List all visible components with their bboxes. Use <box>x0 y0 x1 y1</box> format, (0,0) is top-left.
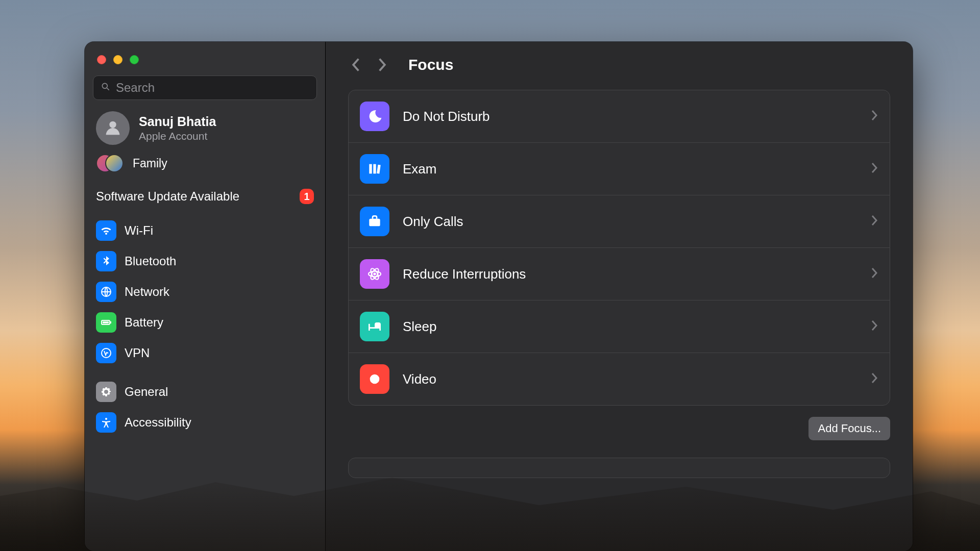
sidebar-group-system: GeneralAccessibility <box>93 378 317 447</box>
chevron-right-icon <box>871 215 878 228</box>
software-update-row[interactable]: Software Update Available 1 <box>93 184 317 216</box>
search-input[interactable] <box>116 81 309 95</box>
settings-window: Sanuj Bhatia Apple Account Family Softwa… <box>85 42 913 551</box>
sidebar-item-label: Network <box>125 285 169 299</box>
account-name: Sanuj Bhatia <box>139 114 216 129</box>
chevron-right-icon <box>871 372 878 386</box>
vpn-icon <box>96 343 116 363</box>
focus-row-label: Video <box>403 371 858 387</box>
briefcase-icon <box>360 207 389 236</box>
focus-row-label: Exam <box>403 161 858 177</box>
family-avatars <box>96 154 124 172</box>
back-button[interactable] <box>348 58 362 72</box>
focus-row-video[interactable]: Video <box>349 353 890 405</box>
account-subtitle: Apple Account <box>139 130 216 142</box>
books-icon <box>360 154 389 184</box>
family-label: Family <box>133 157 167 170</box>
forward-button[interactable] <box>376 58 390 72</box>
focus-row-reduce-interruptions[interactable]: Reduce Interruptions <box>349 247 890 300</box>
record-icon <box>360 364 389 394</box>
share-across-devices-card <box>348 458 890 478</box>
sidebar-item-network[interactable]: Network <box>93 278 317 306</box>
accessibility-icon <box>96 412 116 433</box>
battery-icon <box>96 312 116 333</box>
close-window-button[interactable] <box>97 55 106 64</box>
focus-row-do-not-disturb[interactable]: Do Not Disturb <box>349 90 890 142</box>
sidebar-item-label: Wi-Fi <box>125 223 153 238</box>
focus-row-label: Only Calls <box>403 214 858 230</box>
atom-icon <box>360 259 389 289</box>
content-pane: Focus Do Not DisturbExamOnly CallsReduce… <box>326 42 913 551</box>
chevron-right-icon <box>871 162 878 176</box>
sidebar-item-label: General <box>125 385 168 399</box>
sidebar-item-label: Bluetooth <box>125 254 176 268</box>
focus-row-label: Reduce Interruptions <box>403 266 858 282</box>
window-controls <box>93 52 317 76</box>
sidebar-item-vpn[interactable]: VPN <box>93 339 317 367</box>
focus-modes-list: Do Not DisturbExamOnly CallsReduce Inter… <box>348 90 890 406</box>
bed-icon <box>360 312 389 341</box>
sidebar-item-wi-fi[interactable]: Wi-Fi <box>93 216 317 245</box>
wifi-icon <box>96 220 116 241</box>
apple-account-row[interactable]: Sanuj Bhatia Apple Account <box>93 100 317 150</box>
update-badge: 1 <box>300 189 314 204</box>
sidebar-group-connectivity: Wi-FiBluetoothNetworkBatteryVPN <box>93 216 317 378</box>
focus-row-sleep[interactable]: Sleep <box>349 300 890 353</box>
minimize-window-button[interactable] <box>113 55 122 64</box>
page-title: Focus <box>408 56 453 73</box>
focus-row-exam[interactable]: Exam <box>349 142 890 195</box>
gear-icon <box>96 382 116 402</box>
focus-row-label: Do Not Disturb <box>403 109 858 124</box>
account-avatar <box>96 111 130 145</box>
search-field[interactable] <box>93 76 317 100</box>
sidebar: Sanuj Bhatia Apple Account Family Softwa… <box>85 42 326 551</box>
sidebar-item-label: Accessibility <box>125 415 191 430</box>
globe-icon <box>96 282 116 302</box>
search-icon <box>101 81 111 95</box>
chevron-right-icon <box>871 267 878 281</box>
content-header: Focus <box>326 42 913 79</box>
sidebar-item-label: VPN <box>125 346 150 360</box>
chevron-right-icon <box>871 320 878 333</box>
focus-row-only-calls[interactable]: Only Calls <box>349 195 890 247</box>
sidebar-item-bluetooth[interactable]: Bluetooth <box>93 247 317 276</box>
family-row[interactable]: Family <box>93 150 317 184</box>
sidebar-item-general[interactable]: General <box>93 378 317 406</box>
zoom-window-button[interactable] <box>130 55 139 64</box>
bluetooth-icon <box>96 251 116 271</box>
add-focus-button[interactable]: Add Focus... <box>808 417 890 440</box>
software-update-label: Software Update Available <box>96 189 239 204</box>
sidebar-item-battery[interactable]: Battery <box>93 308 317 337</box>
focus-row-label: Sleep <box>403 319 858 335</box>
sidebar-item-accessibility[interactable]: Accessibility <box>93 408 317 437</box>
moon-icon <box>360 102 389 131</box>
sidebar-item-label: Battery <box>125 315 163 330</box>
chevron-right-icon <box>871 110 878 123</box>
